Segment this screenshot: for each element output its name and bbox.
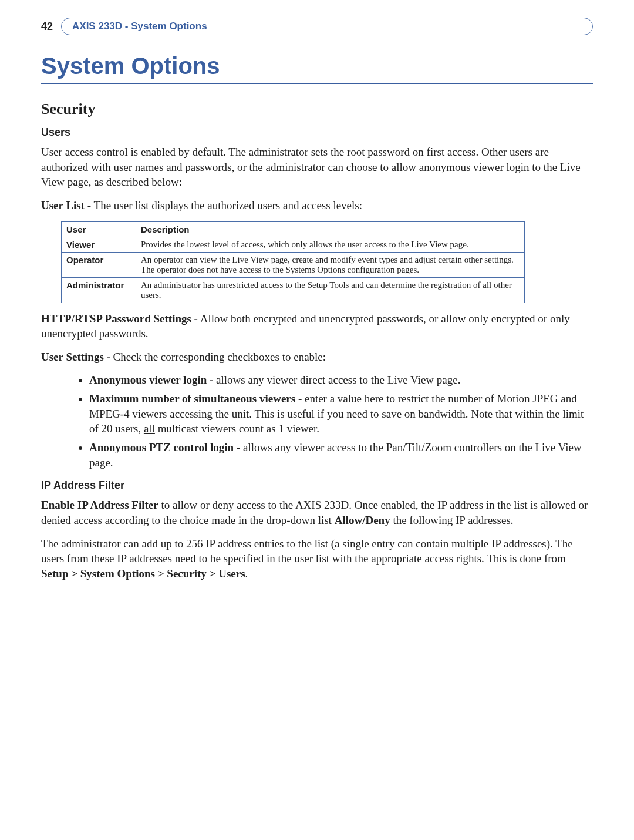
user-settings-rest: Check the corresponding checkboxes to en… (110, 351, 326, 363)
th-description: Description (136, 221, 525, 237)
ip-filter2-end: . (245, 567, 248, 580)
cell-desc: An operator can view the Live View page,… (136, 252, 525, 277)
cell-role: Viewer (62, 237, 136, 252)
user-list-prefix: User List (41, 199, 85, 211)
ip-filter-prefix: Enable IP Address Filter (41, 499, 158, 511)
table-row: Viewer Provides the lowest level of acce… (62, 237, 525, 252)
table-row: Operator An operator can view the Live V… (62, 252, 525, 277)
running-head-text: AXIS 233D - System Options (72, 21, 207, 32)
bullet-rest-b: multicast viewers count as 1 viewer. (155, 422, 319, 435)
paragraph-user-settings: User Settings - Check the corresponding … (41, 350, 593, 365)
running-head-capsule: AXIS 233D - System Options (61, 18, 593, 35)
table-header-row: User Description (62, 221, 525, 237)
bullet-underlined: all (144, 422, 155, 435)
user-settings-list: Anonymous viewer login - allows any view… (74, 372, 593, 470)
list-item: Anonymous viewer login - allows any view… (89, 372, 593, 388)
list-item: Anonymous PTZ control login - allows any… (89, 440, 593, 470)
bullet-lead: Anonymous PTZ control login - (89, 441, 243, 453)
bullet-rest: allows any viewer direct access to the L… (216, 374, 460, 386)
page-number: 42 (41, 21, 53, 33)
user-list-rest: - The user list displays the authorized … (85, 199, 362, 211)
http-rtsp-prefix: HTTP/RTSP Password Settings - (41, 313, 198, 325)
running-header: 42 AXIS 233D - System Options (41, 18, 593, 35)
paragraph-user-list: User List - The user list displays the a… (41, 198, 593, 213)
bullet-lead: Anonymous viewer login - (89, 374, 216, 386)
cell-desc: An administrator has unrestricted access… (136, 277, 525, 303)
cell-role: Administrator (62, 277, 136, 303)
table-row: Administrator An administrator has unres… (62, 277, 525, 303)
cell-desc: Provides the lowest level of access, whi… (136, 237, 525, 252)
subheading-users: Users (41, 126, 593, 139)
ip-filter2-a: The administrator can add up to 256 IP a… (41, 537, 573, 565)
th-user: User (62, 221, 136, 237)
section-security: Security (41, 100, 593, 118)
user-settings-prefix: User Settings - (41, 351, 110, 363)
bullet-lead: Maximum number of simultaneous viewers - (89, 392, 305, 405)
paragraph-ip-filter-2: The administrator can add up to 256 IP a… (41, 536, 593, 582)
page-title: System Options (41, 53, 593, 84)
paragraph-ip-filter-1: Enable IP Address Filter to allow or den… (41, 498, 593, 527)
ip-filter-allow-deny: Allow/Deny (335, 514, 390, 526)
ip-filter-end: the following IP addresses. (390, 514, 514, 526)
ip-filter2-path: Setup > System Options > Security > User… (41, 567, 245, 580)
user-access-table: User Description Viewer Provides the low… (61, 221, 525, 303)
cell-role: Operator (62, 252, 136, 277)
subheading-ip-filter: IP Address Filter (41, 479, 593, 492)
list-item: Maximum number of simultaneous viewers -… (89, 391, 593, 436)
paragraph-users-intro: User access control is enabled by defaul… (41, 145, 593, 190)
paragraph-http-rtsp: HTTP/RTSP Password Settings - Allow both… (41, 311, 593, 341)
